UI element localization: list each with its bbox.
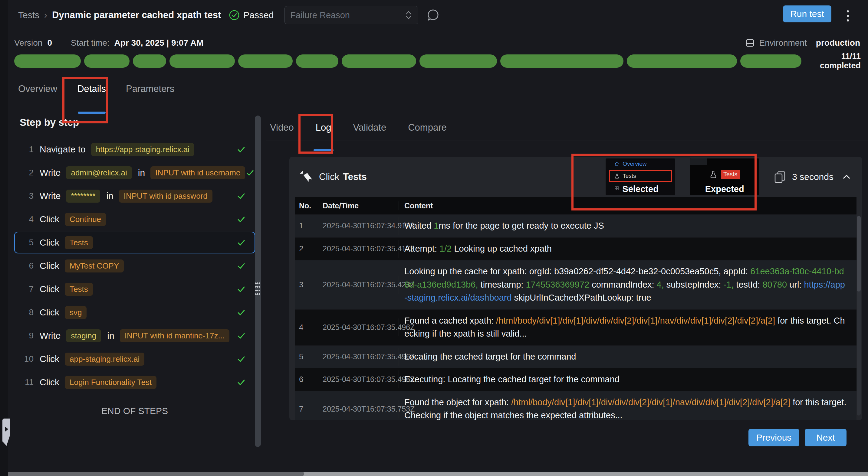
panel-resize-grip-icon[interactable] (255, 282, 260, 296)
column-header-no: No. (295, 201, 317, 210)
log-text-segment: Looking up cached xpath (452, 244, 552, 253)
tab-compare[interactable]: Compare (408, 122, 447, 145)
step-number: 6 (20, 261, 34, 271)
step-target-badge: svg (65, 306, 87, 319)
progress-segment[interactable] (133, 55, 166, 68)
log-text-segment: ms for the page to get ready to execute … (438, 221, 604, 231)
step-row[interactable]: 2Writeadmin@relicx.aiinINPUT with id use… (14, 162, 255, 183)
log-row-number: 3 (295, 275, 317, 294)
tab-video[interactable]: Video (270, 122, 294, 145)
step-value-badge: ******** (66, 190, 100, 203)
step-target-badge: Continue (65, 213, 106, 226)
step-row[interactable]: 7ClickTests (14, 278, 255, 300)
step-action: Navigate to (40, 144, 86, 155)
steps-scrollbar[interactable] (255, 115, 261, 447)
log-text-segment: commandIndex: (589, 280, 656, 290)
step-action: Click (40, 214, 59, 225)
progress-segment[interactable] (296, 55, 338, 68)
progress-segment[interactable] (84, 55, 129, 68)
log-scrollbar-thumb[interactable] (857, 216, 861, 292)
annotation-box-log-tab (299, 114, 333, 154)
log-text-segment: testId: (734, 280, 763, 290)
step-passed-check-icon (236, 331, 246, 341)
chevron-up-icon[interactable] (841, 172, 851, 182)
step-passed-check-icon (236, 308, 246, 317)
progress-segment[interactable] (14, 55, 81, 68)
progress-segment[interactable] (740, 55, 801, 68)
step-passed-check-icon (245, 168, 255, 177)
log-rows: 12025-04-30T16:07:34.912ZWaited 1ms for … (295, 215, 857, 420)
failure-reason-select[interactable]: Failure Reason (284, 6, 418, 24)
step-target-badge: MyTest COPY (65, 260, 124, 272)
log-row-timestamp: 2025-04-30T16:07:35.496Z (317, 318, 399, 336)
tab-validate[interactable]: Validate (353, 122, 386, 145)
end-of-steps-label: END OF STEPS (14, 406, 255, 416)
progress-segment[interactable] (627, 55, 737, 68)
progress-segment[interactable] (169, 55, 235, 68)
progress-segment[interactable] (420, 55, 497, 68)
log-scrollbar[interactable] (857, 216, 861, 415)
step-row[interactable]: 1Navigate tohttps://app-staging.relicx.a… (14, 138, 255, 160)
log-text-segment: Found the object for xpath: (404, 397, 511, 407)
step-row[interactable]: 4ClickContinue (14, 208, 255, 230)
step-row[interactable]: 11ClickLogin Functionality Test (14, 371, 255, 393)
comment-bubble-icon[interactable] (426, 8, 440, 22)
horizontal-scrollbar-thumb[interactable] (0, 472, 304, 476)
log-row-content: Locating the cached target for the comma… (399, 346, 857, 368)
sidebar-expander[interactable] (2, 418, 10, 446)
horizontal-scrollbar[interactable] (0, 472, 868, 476)
progress-segment[interactable] (500, 55, 623, 68)
log-text-segment: Locating the cached target for the comma… (404, 352, 576, 362)
step-passed-check-icon (236, 377, 246, 387)
step-action: Click (40, 377, 59, 387)
annotation-box-thumbnails (571, 154, 756, 210)
step-row[interactable]: 10Clickapp-staging.relicx.ai (14, 348, 255, 370)
progress-segment[interactable] (238, 55, 293, 68)
log-row-content: Executing: Locating the cached target fo… (399, 368, 857, 391)
breadcrumb[interactable]: Tests (18, 10, 39, 20)
log-text-segment: timestamp: (478, 280, 526, 290)
environment-drive-icon (745, 38, 755, 48)
log-text-segment: 1745536369972 (526, 280, 589, 290)
log-row-content: Looking up the cache for xpath: orgId: b… (399, 260, 857, 309)
tab-overview[interactable]: Overview (18, 83, 57, 106)
log-row-timestamp: 2025-04-30T16:07:34.912Z (317, 217, 399, 235)
step-target-badge: INPUT with id mantine-17z... (120, 329, 229, 342)
step-number: 4 (20, 214, 34, 224)
click-cursor-icon (300, 171, 312, 183)
step-target-badge: Tests (65, 283, 93, 296)
log-row-content: Found a cached xpath: /html/body/div[1]/… (399, 310, 857, 345)
step-passed-check-icon (236, 191, 246, 201)
progress-segment[interactable] (342, 55, 416, 68)
step-row[interactable]: 6ClickMyTest COPY (14, 255, 255, 277)
select-chevrons-icon (405, 10, 412, 20)
log-action-label: Click (319, 171, 339, 182)
next-button[interactable]: Next (805, 429, 846, 446)
tab-parameters[interactable]: Parameters (126, 83, 174, 106)
top-bar: Tests › Dynamic parameter cached xpath t… (8, 0, 868, 30)
step-row[interactable]: 3Write********inINPUT with id password (14, 185, 255, 207)
step-number: 2 (20, 168, 34, 177)
step-row[interactable]: 9WritestaginginINPUT with id mantine-17z… (14, 325, 255, 347)
step-number: 9 (20, 331, 34, 341)
log-row-timestamp: 2025-04-30T16:07:35.423Z (317, 276, 399, 294)
more-options-kebab-icon[interactable] (845, 8, 851, 23)
environment-value: production (816, 38, 860, 48)
log-table: No. Date/Time Content 12025-04-30T16:07:… (295, 197, 857, 420)
run-test-button[interactable]: Run test (783, 5, 831, 22)
step-row[interactable]: 5ClickTests (14, 232, 255, 253)
log-row-number: 2 (295, 239, 317, 258)
environment-label: Environment (760, 38, 807, 48)
previous-button[interactable]: Previous (748, 429, 799, 446)
step-number: 7 (20, 284, 34, 294)
log-text-segment: substepIndex: (664, 280, 724, 290)
step-row[interactable]: 8Clicksvg (14, 302, 255, 323)
breadcrumb-separator-icon: › (44, 10, 47, 20)
log-row: 62025-04-30T16:07:35.496ZExecuting: Loca… (295, 368, 857, 391)
log-text-segment: skipUrlInCachedXPathLookup: true (512, 293, 651, 302)
log-text-segment: Executing: Locating the cached target fo… (404, 374, 620, 384)
steps-panel-title: Step by step (20, 117, 255, 128)
step-target-badge: app-staging.relicx.ai (65, 352, 144, 366)
copy-icon[interactable] (773, 170, 786, 183)
log-row: 52025-04-30T16:07:35.496ZLocating the ca… (295, 346, 857, 369)
